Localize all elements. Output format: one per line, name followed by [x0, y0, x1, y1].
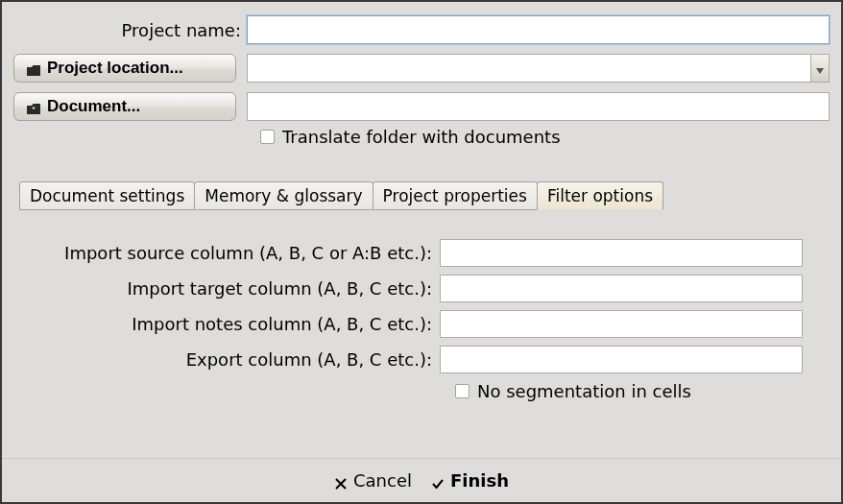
tab-project-properties[interactable]: Project properties [373, 181, 538, 210]
project-name-input[interactable] [247, 15, 830, 44]
cancel-button[interactable]: Cancel [334, 470, 412, 491]
project-location-select[interactable] [247, 54, 830, 83]
import-notes-label: Import notes column (A, B, C etc.): [33, 314, 440, 334]
document-button[interactable]: Document... [13, 92, 236, 121]
no-segmentation-label: No segmentation in cells [477, 381, 691, 401]
import-notes-row: Import notes column (A, B, C etc.): [33, 310, 810, 338]
document-input[interactable] [247, 92, 830, 121]
translate-folder-label: Translate folder with documents [282, 127, 561, 147]
finish-label: Finish [450, 470, 509, 491]
import-source-row: Import source column (A, B, C or A:B etc… [33, 239, 810, 267]
no-segmentation-row: No segmentation in cells [33, 381, 810, 401]
tab-memory-glossary[interactable]: Memory & glossary [194, 181, 373, 210]
close-icon [334, 474, 348, 488]
tabs: Document settingsMemory & glossaryProjec… [13, 181, 830, 210]
export-col-input[interactable] [440, 346, 803, 373]
folder-plus-icon [26, 101, 41, 113]
project-location-button-label: Project location... [47, 59, 183, 78]
dropdown-button[interactable] [810, 54, 830, 83]
project-location-input[interactable] [247, 54, 830, 83]
project-location-button[interactable]: Project location... [13, 54, 236, 83]
import-target-row: Import target column (A, B, C etc.): [33, 275, 810, 302]
tab-filter-options[interactable]: Filter options [537, 181, 663, 210]
main-form: Project name: Project location... [2, 2, 841, 458]
chevron-down-icon [816, 60, 824, 78]
import-target-input[interactable] [440, 275, 803, 302]
finish-button[interactable]: Finish [431, 470, 509, 491]
import-source-input[interactable] [440, 239, 803, 267]
tab-doc-settings[interactable]: Document settings [19, 181, 195, 210]
export-col-row: Export column (A, B, C etc.): [33, 346, 810, 373]
translate-folder-row: Translate folder with documents [13, 127, 830, 147]
cancel-label: Cancel [353, 470, 412, 491]
import-notes-input[interactable] [440, 310, 803, 338]
svg-rect-1 [34, 107, 35, 109]
export-col-label: Export column (A, B, C etc.): [33, 349, 440, 370]
filter-options-panel: Import source column (A, B, C or A:B etc… [13, 210, 830, 411]
check-icon [431, 474, 445, 488]
document-button-label: Document... [47, 97, 140, 116]
no-segmentation-checkbox[interactable] [455, 384, 470, 398]
import-source-label: Import source column (A, B, C or A:B etc… [33, 243, 440, 263]
translate-folder-checkbox[interactable] [260, 130, 275, 144]
import-target-label: Import target column (A, B, C etc.): [33, 278, 440, 299]
folder-icon [26, 62, 41, 75]
project-name-label: Project name: [13, 20, 247, 40]
dialog-footer: Cancel Finish [2, 458, 841, 502]
